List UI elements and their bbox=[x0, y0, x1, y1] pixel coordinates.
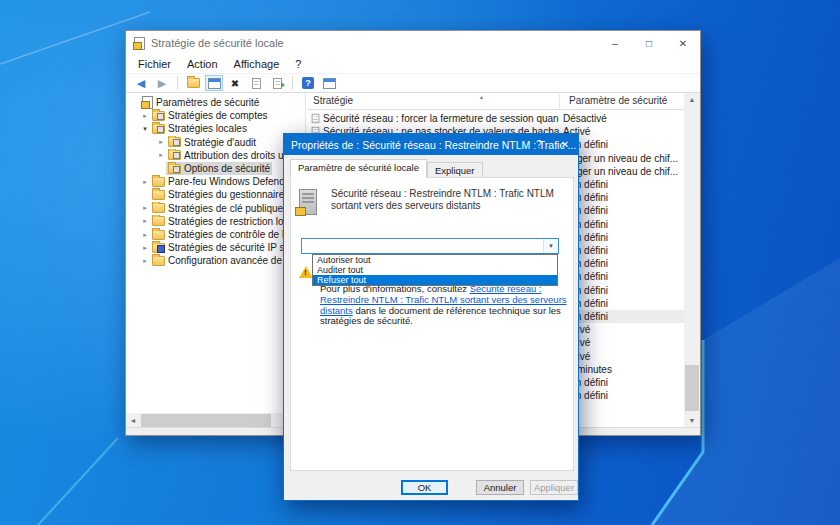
properties-icon[interactable] bbox=[247, 75, 265, 91]
up-one-level-icon[interactable] bbox=[184, 75, 202, 91]
tab-expliquer[interactable]: Expliquer bbox=[427, 162, 483, 178]
export-list-icon bbox=[273, 78, 282, 89]
console-tree-pane: Paramètres de sécurité▸Stratégies de com… bbox=[126, 93, 306, 428]
tree-item-strat-gies-locales[interactable]: ▾Stratégies locales bbox=[126, 122, 305, 135]
tree-item-label: Stratégies locales bbox=[168, 123, 247, 134]
menu-bar: FichierActionAffichage? bbox=[126, 55, 700, 73]
window-titlebar[interactable]: Stratégie de sécurité locale –□✕ bbox=[126, 31, 700, 55]
dropdown-option-refuser-tout[interactable]: Refuser tout bbox=[313, 275, 557, 285]
menu-fichier[interactable]: Fichier bbox=[130, 56, 179, 72]
back-icon[interactable]: ◀ bbox=[132, 75, 150, 91]
new-window-icon bbox=[323, 78, 336, 89]
tree-item-pare-feu-windows-defender-ave[interactable]: ▸Pare-feu Windows Defender ave bbox=[126, 175, 305, 188]
help-icon[interactable]: ? bbox=[299, 75, 317, 91]
tree-item-param-tres-de-s-curit[interactable]: Paramètres de sécurité bbox=[126, 96, 305, 109]
tree-item-strat-gie-d-audit[interactable]: ▸Stratégie d'audit bbox=[126, 136, 305, 149]
scroll-left-icon[interactable]: ◄ bbox=[126, 417, 140, 424]
delete-icon[interactable]: ✖ bbox=[226, 75, 244, 91]
show-console-tree-icon[interactable] bbox=[205, 75, 223, 91]
policy-value-cell: Non défini bbox=[563, 298, 681, 309]
policy-value-cell: Non défini bbox=[563, 271, 681, 282]
tree-item-content: Stratégies du gestionnaire de list bbox=[150, 188, 305, 201]
tab-param-tre-de-s-curit-locale[interactable]: Paramètre de sécurité locale bbox=[290, 159, 427, 178]
dropdown-option-auditer-tout[interactable]: Auditer tout bbox=[313, 265, 557, 275]
maximize-button[interactable]: □ bbox=[632, 31, 666, 55]
expand-icon[interactable]: ▸ bbox=[140, 244, 150, 252]
setting-combobox[interactable]: ▼ bbox=[301, 238, 559, 254]
minimize-button[interactable]: – bbox=[598, 31, 632, 55]
annuler-button[interactable]: Annuler bbox=[476, 480, 524, 495]
folder-icon bbox=[152, 230, 165, 240]
list-vertical-scrollbar[interactable]: ▲ ▼ bbox=[684, 93, 700, 428]
dialog-tabs: Paramètre de sécurité localeExpliquer bbox=[290, 159, 483, 178]
toolbar-separator bbox=[292, 76, 293, 90]
toolbar: ◀▶✖? bbox=[126, 73, 700, 93]
list-header: Stratégie ▲ Paramètre de sécurité bbox=[307, 93, 684, 110]
forward-icon[interactable]: ▶ bbox=[153, 75, 171, 91]
new-window-icon[interactable] bbox=[320, 75, 338, 91]
expand-icon[interactable]: ▸ bbox=[140, 178, 150, 186]
server-policy-icon bbox=[299, 189, 317, 215]
column-header-value[interactable]: Paramètre de sécurité bbox=[569, 95, 667, 106]
folder-icon bbox=[152, 256, 165, 266]
tree-horizontal-scrollbar[interactable]: ◄ ► bbox=[126, 413, 306, 428]
tree-item-content: Stratégies de restriction logiciell bbox=[150, 215, 305, 228]
ok-button[interactable]: OK bbox=[401, 480, 448, 495]
policy-row[interactable]: Sécurité réseau : forcer la fermeture de… bbox=[307, 112, 684, 125]
tree-item-strat-gies-de-contr-le-de-l-applic[interactable]: ▸Stratégies de contrôle de l'applic bbox=[126, 228, 305, 241]
policy-value-cell: Non défini bbox=[563, 179, 681, 190]
folder-icon bbox=[152, 177, 165, 187]
tree-item-content: Pare-feu Windows Defender ave bbox=[150, 175, 305, 188]
dialog-titlebar[interactable]: Propriétés de : Sécurité réseau : Restre… bbox=[284, 134, 578, 155]
policy-value-cell: Exiger un niveau de chif... bbox=[563, 153, 681, 164]
locked-folder-icon bbox=[168, 164, 181, 174]
scroll-down-icon[interactable]: ▼ bbox=[684, 414, 700, 428]
policy-value-cell: Activé bbox=[563, 324, 681, 335]
policy-value-cell: Non défini bbox=[563, 139, 681, 150]
expand-icon[interactable]: ▸ bbox=[140, 257, 150, 265]
policy-value-cell: Activé bbox=[563, 337, 681, 348]
export-list-icon[interactable] bbox=[268, 75, 286, 91]
dialog-close-button[interactable]: ✕ bbox=[552, 134, 578, 155]
expand-icon[interactable]: ▸ bbox=[140, 204, 150, 212]
tree-item-label: Stratégie d'audit bbox=[184, 137, 256, 148]
scrollbar-thumb[interactable] bbox=[141, 414, 271, 427]
dialog-buttons: OKAnnulerAppliquer bbox=[284, 480, 571, 496]
tree-item-strat-gies-de-restriction-logiciell[interactable]: ▸Stratégies de restriction logiciell bbox=[126, 215, 305, 228]
close-button[interactable]: ✕ bbox=[666, 31, 700, 55]
expand-icon[interactable]: ▸ bbox=[140, 112, 150, 120]
chevron-down-icon[interactable]: ▼ bbox=[543, 239, 558, 253]
tab-page-local-security-setting: Sécurité réseau : Restreindre NTLM : Tra… bbox=[290, 177, 574, 471]
menu-action[interactable]: Action bbox=[179, 56, 226, 72]
expand-icon[interactable]: ▸ bbox=[156, 138, 166, 146]
policy-value-cell: Activé bbox=[563, 351, 681, 362]
toolbar-separator bbox=[177, 76, 178, 90]
column-header-strategy[interactable]: Stratégie bbox=[313, 95, 353, 106]
tree-item-strat-gies-de-s-curit-ip-sur-ordi[interactable]: ▸Stratégies de sécurité IP sur Ordi bbox=[126, 241, 305, 254]
menu-item[interactable]: ? bbox=[287, 56, 309, 72]
dropdown-option-autoriser-tout[interactable]: Autoriser tout bbox=[313, 255, 557, 265]
tree-item-content: Stratégies de clé publique bbox=[150, 202, 285, 215]
help-icon: ? bbox=[302, 77, 314, 89]
expand-icon[interactable]: ▸ bbox=[140, 231, 150, 239]
window-title: Stratégie de sécurité locale bbox=[151, 37, 284, 49]
tree-item-options-de-s-curit[interactable]: Options de sécurité bbox=[126, 162, 305, 175]
scrollbar-thumb[interactable] bbox=[685, 365, 699, 411]
dialog-help-button[interactable]: ? bbox=[526, 134, 552, 155]
tree-item-content: Configuration avancée de la stra bbox=[150, 254, 305, 267]
expand-icon[interactable]: ▸ bbox=[156, 151, 166, 159]
policy-value-cell: Désactivé bbox=[563, 113, 681, 124]
tree-item-strat-gies-du-gestionnaire-de-list[interactable]: Stratégies du gestionnaire de list bbox=[126, 188, 305, 201]
tree-item-strat-gies-de-cl-publique[interactable]: ▸Stratégies de clé publique bbox=[126, 202, 305, 215]
menu-affichage[interactable]: Affichage bbox=[226, 56, 288, 72]
scroll-up-icon[interactable]: ▲ bbox=[684, 93, 700, 107]
window-controls: –□✕ bbox=[598, 31, 700, 55]
column-divider[interactable] bbox=[559, 94, 560, 108]
tree-item-configuration-avanc-e-de-la-stra[interactable]: ▸Configuration avancée de la stra bbox=[126, 254, 305, 267]
policy-value-cell: Non défini bbox=[563, 285, 681, 296]
expand-icon[interactable]: ▸ bbox=[140, 217, 150, 225]
tree-item-strat-gies-de-comptes[interactable]: ▸Stratégies de comptes bbox=[126, 109, 305, 122]
tree-item-attribution-des-droits-utilisat[interactable]: ▸Attribution des droits utilisat bbox=[126, 149, 305, 162]
policy-value-cell: Non défini bbox=[563, 390, 681, 401]
collapse-icon[interactable]: ▾ bbox=[140, 125, 150, 133]
